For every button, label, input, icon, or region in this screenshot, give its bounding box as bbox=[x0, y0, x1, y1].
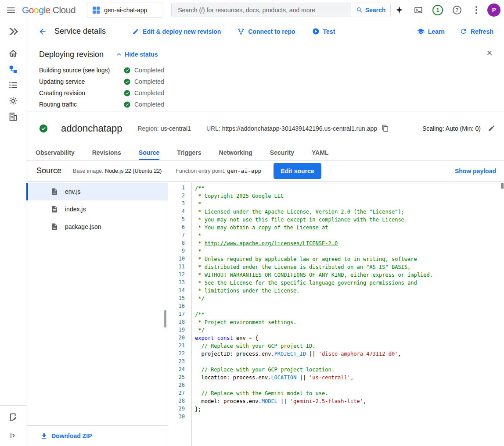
search-field[interactable] bbox=[172, 3, 351, 17]
close-panel-button[interactable]: × bbox=[482, 46, 497, 60]
project-name: gen-ai-chat-app bbox=[104, 7, 147, 14]
kebab-icon bbox=[475, 6, 477, 14]
learn-icon bbox=[417, 28, 425, 35]
notifications-button[interactable]: 1 bbox=[429, 2, 446, 18]
help-icon: ? bbox=[453, 6, 461, 14]
connect-repo-button[interactable]: Connect to repo bbox=[238, 28, 295, 35]
connect-repo-label: Connect to repo bbox=[248, 28, 295, 35]
tab-observability[interactable]: Observability bbox=[36, 145, 75, 160]
help-button[interactable]: ? bbox=[449, 2, 465, 18]
code-content[interactable]: /** * Copyright 2025 Google LLC * * Lice… bbox=[191, 183, 504, 446]
logs-link[interactable]: logs bbox=[97, 67, 108, 74]
avatar[interactable]: P bbox=[487, 4, 500, 17]
deploy-step: Updating serviceCompleted bbox=[39, 76, 493, 87]
nav-jobs[interactable] bbox=[5, 77, 21, 93]
deploy-steps: Building source (see logs)CompletedUpdat… bbox=[39, 64, 493, 110]
file-name: env.js bbox=[65, 188, 81, 195]
file-item-env.js[interactable]: env.js bbox=[26, 183, 168, 200]
deploy-panel-title: Deploying revision bbox=[39, 50, 104, 59]
step-status: Completed bbox=[134, 89, 164, 96]
back-button[interactable] bbox=[34, 23, 51, 40]
file-name: index.js bbox=[65, 206, 86, 213]
nav-worker-pools[interactable] bbox=[5, 93, 21, 109]
copy-icon bbox=[382, 125, 389, 132]
tabs: ObservabilityRevisionsSourceTriggersNetw… bbox=[26, 145, 504, 161]
edit-scaling-pencil-icon bbox=[488, 125, 495, 132]
service-name: addonchatapp bbox=[61, 123, 122, 134]
learn-label: Learn bbox=[428, 28, 445, 35]
nav-domains[interactable] bbox=[5, 109, 21, 125]
edit-scaling-button[interactable] bbox=[488, 125, 495, 132]
learn-button[interactable]: Learn bbox=[417, 28, 445, 35]
file-item-package.json[interactable]: package.json bbox=[26, 218, 168, 235]
gemini-sparkle-icon bbox=[395, 6, 403, 14]
deploy-status-panel: Deploying revision Hide status × Buildin… bbox=[26, 43, 504, 111]
deploy-step: Building source (see logs)Completed bbox=[39, 64, 493, 76]
search-button[interactable]: Search bbox=[351, 3, 390, 17]
list-icon bbox=[8, 80, 18, 90]
cloud-shell-button[interactable] bbox=[410, 2, 427, 18]
hide-status-toggle[interactable]: Hide status bbox=[115, 50, 158, 58]
scrollbar-thumb[interactable] bbox=[164, 310, 166, 328]
url-value: https://addonchatapp-301439142196.us-cen… bbox=[222, 125, 377, 132]
main-menu-button[interactable] bbox=[3, 2, 19, 18]
repo-branch-icon bbox=[238, 28, 245, 35]
step-status: Completed bbox=[134, 101, 164, 108]
deploy-step: Creating revisionCompleted bbox=[39, 87, 493, 99]
source-heading: Source bbox=[36, 166, 61, 175]
region-value: us-central1 bbox=[161, 125, 191, 132]
expand-nav-button[interactable] bbox=[5, 428, 21, 443]
tab-source[interactable]: Source bbox=[139, 145, 159, 160]
release-notes-button[interactable] bbox=[5, 409, 21, 425]
action-bar-right: Learn Refresh bbox=[417, 28, 493, 35]
global-search: Search bbox=[171, 3, 391, 17]
services-icon bbox=[8, 64, 18, 74]
action-bar: Service details Edit & deploy new revisi… bbox=[26, 20, 504, 43]
download-icon bbox=[40, 432, 48, 440]
page-title: Service details bbox=[54, 27, 106, 36]
editor-scrollbar-thumb[interactable] bbox=[501, 183, 504, 189]
check-circle-icon bbox=[123, 101, 131, 108]
deploy-step: Routing trafficCompleted bbox=[39, 99, 493, 110]
action-buttons: Edit & deploy new revision Connect to re… bbox=[132, 28, 335, 35]
refresh-icon bbox=[460, 28, 467, 35]
pencil-icon bbox=[132, 28, 139, 35]
tab-yaml[interactable]: YAML bbox=[312, 145, 328, 160]
check-circle-icon bbox=[123, 78, 131, 86]
refresh-button[interactable]: Refresh bbox=[460, 28, 493, 35]
google-logo-word: Google bbox=[22, 5, 50, 15]
more-options-button[interactable] bbox=[468, 2, 485, 18]
play-icon bbox=[312, 28, 320, 35]
tab-triggers[interactable]: Triggers bbox=[177, 145, 201, 160]
close-icon: × bbox=[487, 47, 493, 59]
service-url: URL: https://addonchatapp-301439142196.u… bbox=[206, 125, 377, 132]
terminal-icon bbox=[414, 6, 423, 14]
step-status: Completed bbox=[134, 67, 164, 74]
tab-security[interactable]: Security bbox=[270, 145, 294, 160]
copy-url-button[interactable] bbox=[382, 125, 389, 132]
refresh-label: Refresh bbox=[471, 28, 493, 35]
file-icon bbox=[50, 188, 58, 196]
file-list: env.jsindex.jspackage.json Download ZIP bbox=[26, 182, 168, 446]
test-button[interactable]: Test bbox=[312, 28, 335, 35]
code-editor[interactable]: 1234567891011121314151617181920212223242… bbox=[168, 182, 504, 446]
tab-networking[interactable]: Networking bbox=[219, 145, 252, 160]
edit-deploy-button[interactable]: Edit & deploy new revision bbox=[132, 28, 221, 35]
gemini-button[interactable] bbox=[391, 2, 407, 18]
show-payload-link[interactable]: Show payload bbox=[455, 168, 496, 175]
top-bar: Google Cloud gen-ai-chat-app Search 1 ? … bbox=[0, 0, 504, 20]
file-item-index.js[interactable]: index.js bbox=[26, 200, 168, 218]
entry-point-value: gen-ai-app bbox=[227, 168, 261, 174]
project-selector[interactable]: gen-ai-chat-app bbox=[87, 3, 163, 18]
chevron-up-icon bbox=[115, 50, 123, 58]
edit-source-button[interactable]: Edit source bbox=[274, 163, 321, 179]
base-image-value: Node.js 22 (Ubuntu 22) bbox=[105, 168, 162, 174]
search-input[interactable] bbox=[178, 7, 351, 14]
download-zip-button[interactable]: Download ZIP bbox=[26, 425, 168, 446]
cloud-run-icon bbox=[8, 26, 18, 37]
base-image-label: Base image: bbox=[73, 168, 103, 174]
nav-services[interactable] bbox=[5, 61, 21, 77]
cloud-run-logo[interactable] bbox=[5, 24, 21, 39]
tab-revisions[interactable]: Revisions bbox=[92, 145, 121, 160]
nav-home[interactable] bbox=[5, 46, 21, 61]
